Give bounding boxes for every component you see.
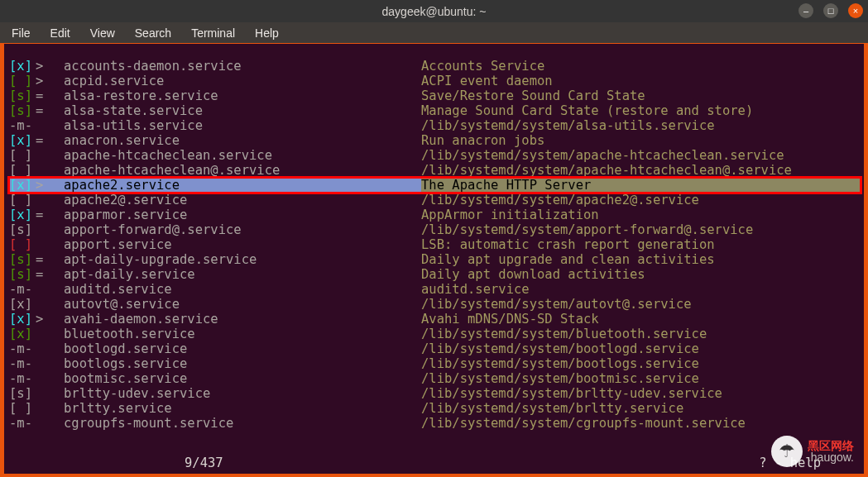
service-description: Run anacron jobs — [421, 133, 861, 148]
service-link-indicator: > — [36, 312, 64, 327]
service-row[interactable]: -m- cgroupfs-mount.service/lib/systemd/s… — [9, 416, 861, 431]
titlebar: daygeek@ubuntu: ~ – □ × — [0, 0, 868, 22]
service-name: apport-forward@.service — [64, 222, 421, 237]
service-description: ACPI event daemon — [421, 74, 861, 88]
menu-search[interactable]: Search — [128, 25, 178, 41]
service-name: apache-htcacheclean.service — [64, 148, 421, 163]
service-state: [ ] — [9, 74, 36, 88]
menu-terminal[interactable]: Terminal — [185, 25, 242, 41]
service-row[interactable]: [x]>avahi-daemon.serviceAvahi mDNS/DNS-S… — [9, 312, 861, 327]
service-description: /lib/systemd/system/apport-forward@.serv… — [421, 222, 861, 237]
window-controls: – □ × — [798, 3, 863, 18]
service-row[interactable]: [x]>accounts-daemon.serviceAccounts Serv… — [9, 59, 861, 74]
service-state: -m- — [9, 416, 36, 431]
service-name: alsa-state.service — [64, 103, 421, 118]
service-row[interactable]: [x] autovt@.service/lib/systemd/system/a… — [9, 297, 861, 312]
service-state: -m- — [9, 356, 36, 371]
service-state: [s] — [9, 267, 36, 282]
service-description: Manage Sound Card State (restore and sto… — [421, 103, 861, 118]
service-row[interactable]: [x]=anacron.serviceRun anacron jobs — [9, 133, 861, 148]
service-description: auditd.service — [421, 282, 861, 297]
service-state: [ ] — [9, 237, 36, 252]
service-description: /lib/systemd/system/bootmisc.service — [421, 371, 861, 386]
status-bar: 9/437 ? - help — [9, 456, 859, 470]
service-name: apparmor.service — [64, 207, 421, 222]
service-row[interactable]: -m- bootlogd.service/lib/systemd/system/… — [9, 341, 861, 356]
service-description: Save/Restore Sound Card State — [421, 88, 861, 103]
service-description: /lib/systemd/system/bootlogs.service — [421, 356, 861, 371]
service-link-indicator — [36, 327, 64, 341]
service-row[interactable]: [s]=apt-daily-upgrade.serviceDaily apt u… — [9, 252, 861, 267]
service-row[interactable]: [x]=apparmor.serviceAppArmor initializat… — [9, 207, 861, 222]
service-description: Daily apt download activities — [421, 267, 861, 282]
service-row[interactable]: [s] apport-forward@.service/lib/systemd/… — [9, 222, 861, 237]
service-description: /lib/systemd/system/bootlogd.service — [421, 341, 861, 356]
menu-view[interactable]: View — [84, 25, 122, 41]
service-state: [s] — [9, 88, 36, 103]
service-link-indicator — [36, 371, 64, 386]
service-state: [x] — [9, 178, 36, 193]
service-state: [s] — [9, 222, 36, 237]
service-row[interactable]: [ ] apache-htcacheclean.service/lib/syst… — [9, 148, 861, 163]
service-link-indicator: = — [36, 207, 64, 222]
service-state: [x] — [9, 59, 36, 74]
service-link-indicator: = — [36, 252, 64, 267]
service-link-indicator — [36, 222, 64, 237]
maximize-button[interactable]: □ — [823, 3, 838, 18]
menu-edit[interactable]: Edit — [44, 25, 77, 41]
service-state: [s] — [9, 386, 36, 401]
service-link-indicator — [36, 148, 64, 163]
service-row[interactable]: [x] bluetooth.service/lib/systemd/system… — [9, 327, 861, 341]
service-name: acpid.service — [64, 74, 421, 88]
service-description: /lib/systemd/system/brltty.service — [421, 401, 861, 416]
close-button[interactable]: × — [848, 3, 863, 18]
service-name: accounts-daemon.service — [64, 59, 421, 74]
service-description: Accounts Service — [421, 59, 861, 74]
service-description: Daily apt upgrade and clean activities — [421, 252, 861, 267]
service-name: bootmisc.service — [64, 371, 421, 386]
service-row[interactable]: [s]=alsa-state.serviceManage Sound Card … — [9, 103, 861, 118]
service-description: LSB: automatic crash report generation — [421, 237, 861, 252]
service-link-indicator: = — [36, 88, 64, 103]
menu-help[interactable]: Help — [248, 25, 285, 41]
service-description: /lib/systemd/system/cgroupfs-mount.servi… — [421, 416, 861, 431]
service-description: Avahi mDNS/DNS-SD Stack — [421, 312, 861, 327]
service-name: alsa-restore.service — [64, 88, 421, 103]
service-row[interactable]: -m- alsa-utils.service/lib/systemd/syste… — [9, 118, 861, 133]
service-link-indicator — [36, 163, 64, 178]
service-link-indicator: = — [36, 133, 64, 148]
service-link-indicator: > — [36, 178, 64, 193]
minimize-button[interactable]: – — [798, 3, 813, 18]
service-link-indicator — [36, 341, 64, 356]
service-row-selected[interactable]: [x]>apache2.serviceThe Apache HTTP Serve… — [9, 178, 861, 193]
service-state: -m- — [9, 341, 36, 356]
service-state: [ ] — [9, 193, 36, 207]
service-state: [x] — [9, 207, 36, 222]
service-name: bluetooth.service — [64, 327, 421, 341]
service-name: bootlogd.service — [64, 341, 421, 356]
service-link-indicator — [36, 297, 64, 312]
terminal-area[interactable]: [x]>accounts-daemon.serviceAccounts Serv… — [4, 44, 864, 474]
service-state: [s] — [9, 103, 36, 118]
service-name: apache-htcacheclean@.service — [64, 163, 421, 178]
service-description: /lib/systemd/system/apache-htcacheclean@… — [421, 163, 861, 178]
status-position: 9/437 — [9, 456, 223, 470]
service-row[interactable]: [s]=apt-daily.serviceDaily apt download … — [9, 267, 861, 282]
service-link-indicator — [36, 401, 64, 416]
service-row[interactable]: [ ] apache-htcacheclean@.service/lib/sys… — [9, 163, 861, 178]
service-row[interactable]: [s]=alsa-restore.serviceSave/Restore Sou… — [9, 88, 861, 103]
service-link-indicator — [36, 237, 64, 252]
service-row[interactable]: [ ] apache2@.service/lib/systemd/system/… — [9, 193, 861, 207]
service-link-indicator — [36, 118, 64, 133]
service-row[interactable]: [ ] apport.serviceLSB: automatic crash r… — [9, 237, 861, 252]
service-row[interactable]: [ ] brltty.service/lib/systemd/system/br… — [9, 401, 861, 416]
status-help: ? - help — [759, 456, 821, 470]
service-row[interactable]: [s] brltty-udev.service/lib/systemd/syst… — [9, 386, 861, 401]
menu-file[interactable]: File — [5, 25, 37, 41]
service-row[interactable]: -m- bootmisc.service/lib/systemd/system/… — [9, 371, 861, 386]
service-row[interactable]: -m- bootlogs.service/lib/systemd/system/… — [9, 356, 861, 371]
service-state: -m- — [9, 282, 36, 297]
service-row[interactable]: -m- auditd.serviceauditd.service — [9, 282, 861, 297]
service-name: auditd.service — [64, 282, 421, 297]
service-row[interactable]: [ ]>acpid.serviceACPI event daemon — [9, 74, 861, 88]
